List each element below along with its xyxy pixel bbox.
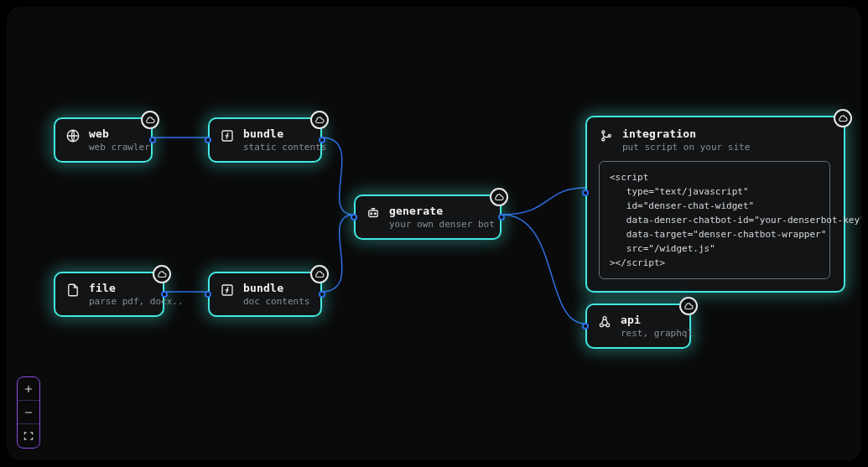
node-bundle-doc[interactable]: bundle doc contents xyxy=(208,272,322,317)
node-subtitle: put script on your site xyxy=(622,142,750,153)
port-out[interactable] xyxy=(498,214,505,221)
fit-view-button[interactable] xyxy=(18,424,39,448)
cloud-icon xyxy=(314,115,325,125)
minus-icon xyxy=(23,407,34,418)
node-generate[interactable]: generate your own denser bot xyxy=(354,195,502,240)
cloud-icon xyxy=(494,192,504,202)
cloud-badge xyxy=(153,265,171,283)
port-out[interactable] xyxy=(149,137,156,143)
node-subtitle: your own denser bot xyxy=(389,219,495,230)
merge-icon xyxy=(599,128,614,143)
node-api[interactable]: api rest, graphql xyxy=(585,304,691,349)
port-in[interactable] xyxy=(582,189,589,196)
webhook-icon xyxy=(597,314,612,329)
cloud-icon xyxy=(838,113,848,123)
zoom-controls xyxy=(17,376,40,449)
cloud-badge xyxy=(310,111,329,129)
cloud-badge xyxy=(834,109,852,127)
integration-code: <script type="text/javascript" id="dense… xyxy=(599,161,830,279)
cloud-badge xyxy=(141,111,159,129)
node-subtitle: web crawler xyxy=(89,142,150,153)
port-in[interactable] xyxy=(205,291,211,298)
file-icon xyxy=(65,283,81,298)
fullscreen-icon xyxy=(23,430,34,442)
plus-icon xyxy=(23,383,34,395)
cloud-badge xyxy=(679,297,698,315)
node-title: api xyxy=(621,314,693,326)
cloud-icon xyxy=(314,269,325,279)
svg-point-7 xyxy=(602,138,605,141)
node-title: integration xyxy=(622,127,750,140)
svg-point-9 xyxy=(600,324,603,327)
cloud-icon xyxy=(683,301,694,311)
node-title: generate xyxy=(389,205,495,217)
port-in[interactable] xyxy=(205,137,211,143)
node-file[interactable]: file parse pdf, docx.. xyxy=(54,272,164,317)
node-web[interactable]: web web crawler xyxy=(54,117,153,163)
function-icon xyxy=(220,283,235,298)
function-icon xyxy=(220,128,235,143)
svg-point-11 xyxy=(603,317,606,320)
node-title: file xyxy=(89,282,184,294)
node-title: bundle xyxy=(243,282,309,294)
svg-point-10 xyxy=(606,324,610,327)
node-bundle-static[interactable]: bundle static contents xyxy=(208,117,322,163)
svg-point-6 xyxy=(602,131,605,133)
svg-point-4 xyxy=(371,213,372,215)
port-out[interactable] xyxy=(161,291,168,298)
zoom-out-button[interactable] xyxy=(18,401,39,424)
node-subtitle: static contents xyxy=(243,142,326,153)
node-integration[interactable]: integration put script on your site <scr… xyxy=(585,116,845,293)
cloud-badge xyxy=(490,188,508,206)
node-title: bundle xyxy=(243,127,326,140)
port-out[interactable] xyxy=(319,291,325,298)
cloud-icon xyxy=(157,269,167,279)
diagram-canvas[interactable]: web web crawler file parse pdf, docx.. xyxy=(7,7,861,460)
node-subtitle: rest, graphql xyxy=(621,328,693,339)
node-title: web xyxy=(89,127,150,140)
node-subtitle: doc contents xyxy=(243,296,309,307)
svg-point-8 xyxy=(608,135,611,138)
port-out[interactable] xyxy=(319,137,325,143)
svg-point-5 xyxy=(374,213,376,215)
cloud-icon xyxy=(145,115,155,125)
port-in[interactable] xyxy=(351,214,357,221)
cloud-badge xyxy=(310,265,329,283)
zoom-in-button[interactable] xyxy=(18,377,39,401)
globe-icon xyxy=(65,128,81,143)
port-in[interactable] xyxy=(582,323,589,329)
node-subtitle: parse pdf, docx.. xyxy=(89,296,184,307)
bot-icon xyxy=(366,205,381,221)
